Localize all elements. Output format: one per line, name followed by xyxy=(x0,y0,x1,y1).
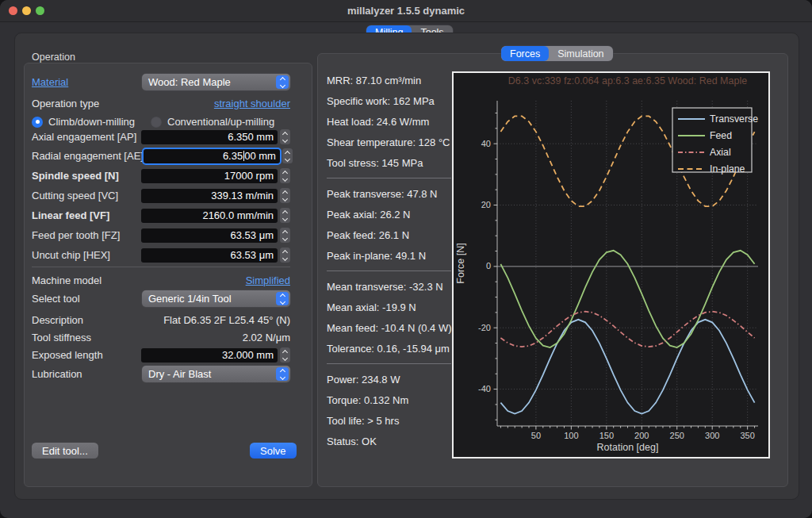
app-window: millalyzer 1.5.5 dynamic Milling Tools O… xyxy=(0,0,812,518)
axial-engagement-input[interactable]: 6.350 mm xyxy=(141,130,278,144)
cutting-speed-input[interactable]: 339.13 m/min xyxy=(141,189,278,203)
svg-text:-20: -20 xyxy=(478,323,491,332)
milling-direction-row: Climb/down-milling Conventional/up-milli… xyxy=(32,113,290,130)
exposed-length-input[interactable]: 32.000 mm xyxy=(141,348,278,363)
section-divider xyxy=(32,267,290,267)
results-divider xyxy=(327,363,451,364)
radio-unselected-icon xyxy=(151,117,162,128)
chevron-up-down-icon xyxy=(276,75,289,89)
machine-model-row: Machine model Simplified xyxy=(32,272,290,289)
stepper-up-down-icon[interactable] xyxy=(280,347,290,363)
operation-type-link[interactable]: straight shoulder xyxy=(214,98,290,109)
svg-text:40: 40 xyxy=(481,139,491,148)
stepper-up-down-icon[interactable] xyxy=(280,188,290,203)
result-tool-stress: Tool stress: 145 MPa xyxy=(327,157,454,170)
result-specific-work: Specific work: 162 MPa xyxy=(327,95,454,108)
radial-engagement-row: Radial engagement [AE] 6.3500 mm xyxy=(32,148,290,164)
svg-text:200: 200 xyxy=(634,431,649,440)
result-peak-axial: Peak axial: 26.2 N xyxy=(327,209,454,221)
forces-chart: 50100150200250300350-40-2002040D6.3 vc:3… xyxy=(452,71,770,459)
spindle-speed-row: Spindle speed [N] 17000 rpm xyxy=(32,167,290,184)
feed-per-tooth-input[interactable]: 63.53 μm xyxy=(141,228,278,243)
chevron-up-down-icon xyxy=(276,292,289,305)
window-title: millalyzer 1.5.5 dynamic xyxy=(0,5,812,17)
result-mean-transverse: Mean transverse: -32.3 N xyxy=(327,281,454,294)
result-heat-load: Heat load: 24.6 W/mm xyxy=(327,116,454,129)
axial-engagement-row: Axial engagement [AP] 6.350 mm xyxy=(32,129,290,145)
svg-text:Force [N]: Force [N] xyxy=(455,243,466,283)
svg-text:50: 50 xyxy=(531,431,541,440)
result-tolerance: Tolerance: 0.16, -15.94 μm xyxy=(327,343,454,355)
svg-text:Rotation [deg]: Rotation [deg] xyxy=(597,442,659,453)
material-link[interactable]: Material xyxy=(32,76,68,88)
result-mean-axial: Mean axial: -19.9 N xyxy=(327,301,454,314)
machine-model-link[interactable]: Simplified xyxy=(246,274,290,286)
stepper-up-down-icon[interactable] xyxy=(280,168,290,183)
spindle-speed-input[interactable]: 17000 rpm xyxy=(141,169,278,183)
results-divider xyxy=(327,178,451,178)
tab-forces[interactable]: Forces xyxy=(501,46,549,61)
feed-per-tooth-row: Feed per tooth [FZ] 63.53 μm xyxy=(32,227,290,244)
svg-text:Axial: Axial xyxy=(710,147,731,158)
solve-button[interactable]: Solve xyxy=(250,443,297,459)
stepper-up-down-icon[interactable] xyxy=(280,129,290,144)
tool-stiffness-row: Tool stiffness 2.02 N/μm xyxy=(32,329,290,346)
svg-text:100: 100 xyxy=(564,431,578,440)
radial-engagement-input[interactable]: 6.3500 mm xyxy=(144,149,280,163)
result-tool-life: Tool life: > 5 hrs xyxy=(327,415,454,428)
climb-milling-radio[interactable]: Climb/down-milling xyxy=(32,116,136,128)
tab-simulation[interactable]: Simulation xyxy=(549,46,612,61)
material-select[interactable]: Wood: Red Maple xyxy=(142,74,290,90)
operation-type-label: Operation type xyxy=(32,98,99,109)
svg-text:300: 300 xyxy=(705,431,719,440)
result-peak-in-plane: Peak in-plane: 49.1 N xyxy=(327,250,454,263)
lubrication-row: Lubrication Dry - Air Blast xyxy=(32,366,290,382)
results-panel: MRR: 87.10 cm³/min Specific work: 162 MP… xyxy=(327,75,454,456)
radio-selected-icon xyxy=(32,117,43,128)
tool-stiffness-value: 2.02 N/μm xyxy=(243,332,290,343)
conventional-milling-radio[interactable]: Conventional/up-milling xyxy=(151,116,274,128)
material-row: Material Wood: Red Maple xyxy=(32,74,290,90)
svg-text:Transverse: Transverse xyxy=(710,113,758,125)
linear-feed-input[interactable]: 2160.0 mm/min xyxy=(141,209,278,223)
svg-text:0: 0 xyxy=(486,261,491,271)
lubrication-select[interactable]: Dry - Air Blast xyxy=(142,366,290,382)
title-bar: millalyzer 1.5.5 dynamic xyxy=(0,0,812,22)
tool-select-value: Generic 1/4in Tool xyxy=(142,293,232,305)
svg-text:350: 350 xyxy=(740,431,754,440)
stepper-up-down-icon[interactable] xyxy=(280,247,290,263)
svg-text:In-plane: In-plane xyxy=(710,163,745,175)
select-tool-row: Select tool Generic 1/4in Tool xyxy=(32,290,290,307)
result-shear-temperature: Shear temperature: 128 °C xyxy=(327,136,454,149)
result-mrr: MRR: 87.10 cm³/min xyxy=(327,75,454,87)
stepper-up-down-icon[interactable] xyxy=(280,228,290,243)
linear-feed-row: Linear feed [VF] 2160.0 mm/min xyxy=(32,207,290,224)
lubrication-select-value: Dry - Air Blast xyxy=(142,368,211,380)
result-peak-transverse: Peak transverse: 47.8 N xyxy=(327,188,454,201)
results-divider xyxy=(327,271,451,271)
uncut-chip-input[interactable]: 63.53 μm xyxy=(141,248,278,263)
tool-description-value: Flat D6.35 2F L25.4 45° (N) xyxy=(163,314,290,326)
edit-tool-button[interactable]: Edit tool... xyxy=(32,443,98,459)
tool-select[interactable]: Generic 1/4in Tool xyxy=(142,290,290,307)
operation-type-row: Operation type straight shoulder xyxy=(32,95,290,112)
forces-chart-svg: 50100150200250300350-40-2002040D6.3 vc:3… xyxy=(454,73,768,457)
svg-text:20: 20 xyxy=(481,200,491,209)
stepper-up-down-icon[interactable] xyxy=(280,208,290,223)
result-status: Status: OK xyxy=(327,436,454,448)
stepper-up-down-icon[interactable] xyxy=(282,148,293,163)
svg-text:250: 250 xyxy=(670,431,684,440)
svg-text:150: 150 xyxy=(599,431,614,440)
view-tab-bar: Forces Simulation xyxy=(501,46,613,61)
result-power: Power: 234.8 W xyxy=(327,374,454,386)
svg-text:D6.3 vc:339 fz:0.064 ap:6.3 ae: D6.3 vc:339 fz:0.064 ap:6.3 ae:6.35 Wood… xyxy=(508,75,747,86)
operation-group-label: Operation xyxy=(32,52,75,63)
material-select-value: Wood: Red Maple xyxy=(142,76,231,88)
result-mean-feed: Mean feed: -10.4 N (0.4 W) xyxy=(327,322,454,335)
exposed-length-row: Exposed length 32.000 mm xyxy=(32,347,290,363)
description-row: Description Flat D6.35 2F L25.4 45° (N) xyxy=(32,312,290,328)
svg-text:Feed: Feed xyxy=(710,130,732,141)
cutting-speed-row: Cutting speed [VC] 339.13 m/min xyxy=(32,187,290,204)
svg-text:-40: -40 xyxy=(478,384,491,393)
result-peak-feed: Peak feed: 26.1 N xyxy=(327,229,454,242)
